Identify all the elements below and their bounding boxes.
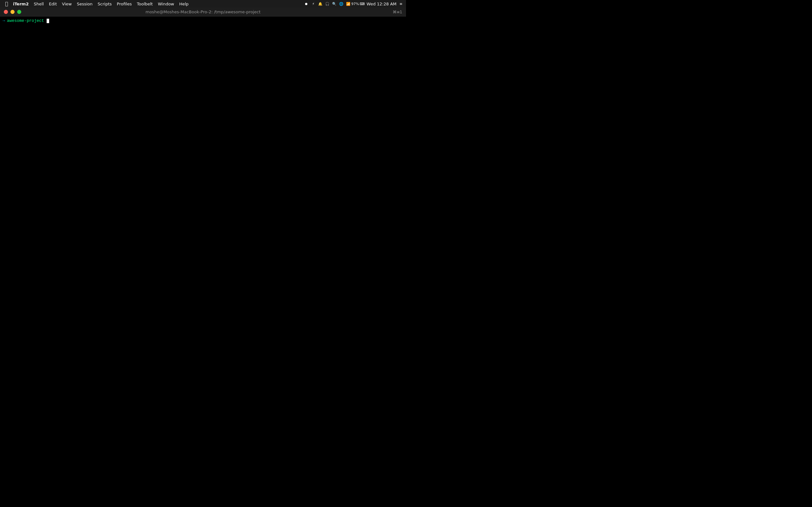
apple-menu[interactable]:  (3, 1, 10, 7)
headphone-icon[interactable]: 🎧 (325, 1, 330, 6)
record-icon[interactable]: ⏺ (304, 1, 309, 6)
cast-icon[interactable]: 🌐 (339, 1, 344, 6)
battery-icon[interactable]: 97% (353, 1, 358, 6)
wifi-icon[interactable]: 📶 (346, 1, 351, 6)
window-controls (4, 10, 21, 14)
menu-shell[interactable]: Shell (31, 1, 46, 7)
titlebar: moshe@Moshes-MacBook-Pro-2: /tmp/awesome… (0, 8, 406, 16)
battery-percent: 97% (351, 2, 359, 6)
menu-scripts[interactable]: Scripts (95, 1, 114, 7)
menu-help[interactable]: Help (177, 1, 191, 7)
menubar:  iTerm2 Shell Edit View Session Scripts… (0, 0, 406, 8)
notification-icon[interactable]: 🔔 (318, 1, 323, 6)
maximize-button[interactable] (17, 10, 21, 14)
terminal-cursor (47, 19, 49, 23)
menu-view[interactable]: View (59, 1, 74, 7)
menu-iterm2[interactable]: iTerm2 (10, 1, 31, 7)
prompt-line: → awesome-project (3, 18, 403, 24)
menu-window[interactable]: Window (155, 1, 177, 7)
window-title: moshe@Moshes-MacBook-Pro-2: /tmp/awesome… (146, 9, 261, 14)
keyboard-icon[interactable]: ⌨ (360, 1, 365, 6)
menu-toolbelt[interactable]: Toolbelt (135, 1, 155, 7)
close-button[interactable] (4, 10, 8, 14)
minimize-button[interactable] (10, 10, 14, 14)
search-icon[interactable]: 🔍 (332, 1, 337, 6)
menubar-right: ⏺ ⚡ 🔔 🎧 🔍 🌐 📶 97% ⌨ Wed 12:28 AM ≡ (304, 0, 403, 8)
tab-indicator: ⌘≡1 (393, 10, 402, 14)
terminal-area[interactable]: → awesome-project (0, 16, 406, 253)
prompt-arrow: → (3, 18, 5, 24)
menu-profiles[interactable]: Profiles (114, 1, 134, 7)
menu-edit[interactable]: Edit (46, 1, 59, 7)
menu-session[interactable]: Session (74, 1, 95, 7)
datetime-display: Wed 12:28 AM (367, 2, 397, 6)
prompt-directory: awesome-project (7, 18, 44, 24)
menu-extras-icon[interactable]: ≡ (398, 1, 403, 6)
menubar-left:  iTerm2 Shell Edit View Session Scripts… (3, 1, 191, 7)
activity-icon[interactable]: ⚡ (311, 1, 316, 6)
